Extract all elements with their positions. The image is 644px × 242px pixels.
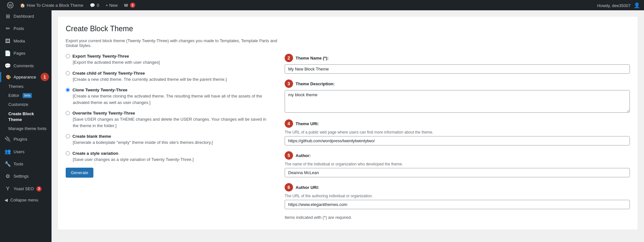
- adminbar-logo[interactable]: W: [4, 0, 17, 10]
- step-badge-3: 3: [285, 79, 293, 88]
- form-layout: Export Twenty Twenty-Three [Export the a…: [66, 54, 630, 220]
- collapse-icon: ◀: [5, 198, 8, 202]
- radio-blank-text: Create blank theme: [72, 134, 111, 139]
- editor-beta-badge: beta: [23, 93, 32, 98]
- radio-overwrite-text: Overwrite Twenty Twenty-Three: [72, 111, 135, 116]
- required-note: Items indicated with (*) are required.: [285, 215, 630, 220]
- radio-export[interactable]: [66, 54, 70, 58]
- posts-icon: ✏: [5, 25, 11, 32]
- appearance-icon: 🎨: [6, 75, 11, 79]
- author-uri-label: Author URI:: [296, 185, 319, 190]
- sidebar-item-plugins[interactable]: 🔌 Plugins: [0, 133, 52, 145]
- theme-uri-header: 4 Theme URI:: [285, 119, 630, 129]
- main-content: Create Block Theme Export your current b…: [52, 10, 644, 242]
- radio-overwrite[interactable]: [66, 111, 70, 115]
- radio-blank[interactable]: [66, 134, 70, 138]
- radio-label-clone[interactable]: Clone Twenty Twenty-Three: [66, 88, 272, 92]
- radio-clone-text: Clone Twenty Twenty-Three: [72, 88, 128, 92]
- sidebar-collapse[interactable]: ◀ Collapse menu: [0, 195, 52, 205]
- adminbar-woo[interactable]: W 3: [121, 0, 138, 10]
- sidebar-item-media[interactable]: 🖼 Media: [0, 35, 52, 47]
- theme-desc-header: 3 Theme Description:: [285, 79, 630, 89]
- users-icon: 👥: [5, 148, 11, 155]
- posts-label: Posts: [14, 26, 24, 32]
- theme-desc-label: Theme Description:: [296, 81, 335, 86]
- tools-label: Tools: [14, 161, 23, 167]
- yoast-count: 3: [36, 186, 42, 191]
- page-title: Create Block Theme: [66, 24, 630, 33]
- sidebar-item-settings[interactable]: ⚙ Settings: [0, 170, 52, 182]
- radio-label-export[interactable]: Export Twenty Twenty-Three: [66, 54, 272, 59]
- author-uri-field: 6 Author URI: The URL of the authoring i…: [285, 183, 630, 209]
- author-header: 5 Author:: [285, 151, 630, 161]
- collapse-label: Collapse menu: [10, 198, 38, 202]
- sidebar-item-editor[interactable]: Editor beta: [0, 91, 52, 100]
- admin-bar: W 🏠 How To Create a Block Theme 💬 0 + Ne…: [0, 0, 644, 10]
- author-uri-header: 6 Author URI:: [285, 183, 630, 193]
- generate-button[interactable]: Generate: [66, 168, 93, 178]
- comments-count: 0: [97, 3, 99, 8]
- sidebar-item-manage-fonts[interactable]: Manage theme fonts: [0, 124, 52, 133]
- radio-label-blank[interactable]: Create blank theme: [66, 134, 272, 139]
- step-badge-2: 2: [285, 54, 293, 62]
- howdy-text: Howdy, dee35007: [597, 3, 631, 8]
- sidebar-item-themes[interactable]: Themes: [0, 82, 52, 91]
- author-input[interactable]: [285, 168, 630, 177]
- radio-label-child[interactable]: Create child of Twenty Twenty-Three: [66, 71, 272, 76]
- dashboard-icon: ⊞: [5, 13, 11, 20]
- radio-option-child: Create child of Twenty Twenty-Three [Cre…: [66, 71, 272, 83]
- plugins-icon: 🔌: [5, 136, 11, 143]
- sidebar-item-tools[interactable]: 🔧 Tools: [0, 158, 52, 170]
- comments-icon: 💬: [5, 62, 11, 70]
- theme-desc-input[interactable]: my block theme: [285, 90, 630, 113]
- radio-option-clone: Clone Twenty Twenty-Three [Create a new …: [66, 88, 272, 106]
- theme-name-field: 2 Theme Name (*):: [285, 54, 630, 74]
- appearance-label: Appearance: [14, 75, 36, 79]
- radio-variation-text: Create a style variation: [72, 151, 118, 156]
- sidebar-item-comments[interactable]: 💬 Comments: [0, 60, 52, 72]
- comments-label: Comments: [14, 63, 34, 69]
- radio-clone[interactable]: [66, 88, 70, 92]
- sidebar-item-dashboard[interactable]: ⊞ Dashboard: [0, 10, 52, 23]
- settings-icon: ⚙: [5, 173, 11, 180]
- theme-uri-field: 4 Theme URI: The URL of a public web pag…: [285, 119, 630, 145]
- adminbar-new[interactable]: + New: [102, 0, 121, 10]
- radio-option-variation: Create a style variation [Save user chan…: [66, 151, 272, 163]
- theme-uri-input[interactable]: [285, 136, 630, 145]
- adminbar-comments[interactable]: 💬 0: [87, 0, 102, 10]
- sidebar-item-customize[interactable]: Customize: [0, 100, 52, 109]
- radio-child-text: Create child of Twenty Twenty-Three: [72, 71, 145, 76]
- radio-child[interactable]: [66, 71, 70, 75]
- radio-label-overwrite[interactable]: Overwrite Twenty Twenty-Three: [66, 111, 272, 116]
- author-label: Author:: [296, 153, 311, 158]
- radio-export-text: Export Twenty Twenty-Three: [72, 54, 129, 59]
- theme-name-input[interactable]: [285, 64, 630, 74]
- author-uri-input[interactable]: [285, 200, 630, 209]
- svg-text:W: W: [8, 3, 12, 8]
- dashboard-label: Dashboard: [14, 14, 34, 19]
- theme-name-label: Theme Name (*):: [296, 56, 329, 60]
- radio-label-variation[interactable]: Create a style variation: [66, 151, 272, 156]
- step-badge-4: 4: [285, 119, 293, 128]
- sidebar-item-users[interactable]: 👥 Users: [0, 145, 52, 158]
- radio-option-blank: Create blank theme [Generate a boilerpla…: [66, 134, 272, 146]
- appearance-submenu: Themes Editor beta Customize Create Bloc…: [0, 82, 52, 133]
- sidebar-item-posts[interactable]: ✏ Posts: [0, 23, 52, 35]
- author-desc: The name of the individual or organizati…: [285, 162, 630, 166]
- adminbar-site[interactable]: 🏠 How To Create a Block Theme: [17, 0, 87, 10]
- sidebar-item-yoast[interactable]: Y Yoast SEO 3: [0, 183, 52, 195]
- radio-options-col: Export Twenty Twenty-Three [Export the a…: [66, 54, 272, 178]
- step-badge-1: 1: [41, 73, 49, 81]
- adminbar-user[interactable]: Howdy, dee35007 👤: [597, 2, 640, 8]
- radio-clone-desc: [Create a new theme cloning the activate…: [66, 93, 272, 106]
- sidebar-item-pages[interactable]: 📄 Pages: [0, 47, 52, 60]
- sidebar-item-create-block-theme[interactable]: Create Block Theme: [0, 109, 52, 124]
- media-label: Media: [14, 38, 25, 44]
- author-field: 5 Author: The name of the individual or …: [285, 151, 630, 177]
- theme-name-header: 2 Theme Name (*):: [285, 54, 630, 63]
- tools-icon: 🔧: [5, 161, 11, 168]
- content-wrap: Create Block Theme Export your current b…: [58, 17, 638, 229]
- appearance-wrapper: 🎨 Appearance 1: [0, 72, 52, 82]
- create-block-theme-label: Create Block Theme: [8, 111, 48, 123]
- radio-variation[interactable]: [66, 151, 70, 155]
